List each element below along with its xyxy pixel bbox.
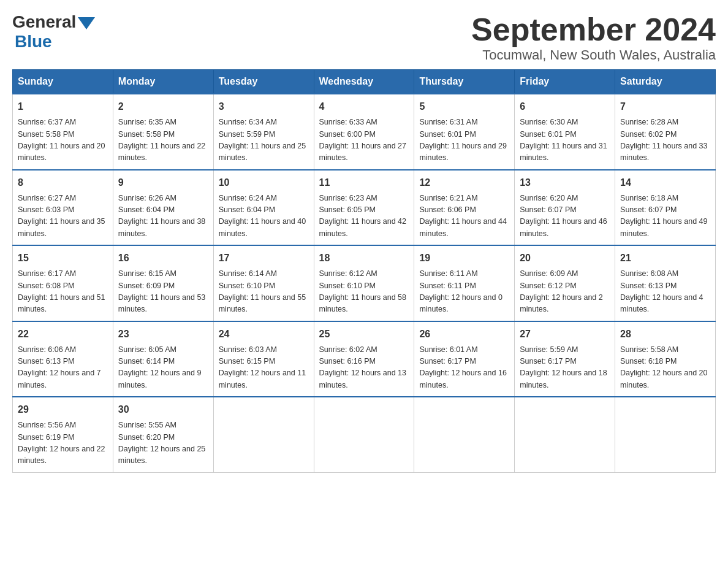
header-monday: Monday: [113, 70, 213, 94]
day-number: 10: [219, 175, 309, 190]
calendar-cell: 12Sunrise: 6:21 AMSunset: 6:06 PMDayligh…: [414, 170, 515, 246]
calendar-cell: 5Sunrise: 6:31 AMSunset: 6:01 PMDaylight…: [414, 94, 515, 170]
calendar-cell: [414, 397, 515, 472]
day-number: 2: [118, 99, 208, 114]
day-info: Sunrise: 5:59 AMSunset: 6:17 PMDaylight:…: [520, 344, 610, 392]
logo-blue-text: Blue: [15, 32, 52, 52]
day-number: 30: [118, 402, 208, 417]
day-number: 3: [219, 99, 309, 114]
day-info: Sunrise: 6:01 AMSunset: 6:17 PMDaylight:…: [419, 344, 509, 392]
day-number: 25: [319, 327, 409, 342]
day-info: Sunrise: 6:33 AMSunset: 6:00 PMDaylight:…: [319, 117, 409, 164]
calendar-cell: 11Sunrise: 6:23 AMSunset: 6:05 PMDayligh…: [314, 170, 414, 246]
day-number: 29: [18, 402, 108, 417]
page-subtitle: Tocumwal, New South Wales, Australia: [471, 47, 716, 63]
day-number: 1: [18, 99, 108, 114]
day-info: Sunrise: 6:30 AMSunset: 6:01 PMDaylight:…: [520, 117, 610, 164]
calendar-cell: 28Sunrise: 5:58 AMSunset: 6:18 PMDayligh…: [615, 321, 716, 397]
calendar-table: SundayMondayTuesdayWednesdayThursdayFrid…: [12, 69, 716, 473]
day-info: Sunrise: 6:02 AMSunset: 6:16 PMDaylight:…: [319, 344, 409, 392]
day-info: Sunrise: 6:08 AMSunset: 6:13 PMDaylight:…: [620, 268, 710, 316]
day-info: Sunrise: 6:26 AMSunset: 6:04 PMDaylight:…: [118, 193, 208, 240]
day-number: 4: [319, 99, 409, 114]
calendar-cell: 6Sunrise: 6:30 AMSunset: 6:01 PMDaylight…: [515, 94, 615, 170]
day-number: 27: [520, 327, 610, 342]
calendar-cell: 26Sunrise: 6:01 AMSunset: 6:17 PMDayligh…: [414, 321, 515, 397]
calendar-cell: 21Sunrise: 6:08 AMSunset: 6:13 PMDayligh…: [615, 245, 716, 321]
day-number: 28: [620, 327, 710, 342]
calendar-cell: [314, 397, 414, 472]
calendar-cell: 25Sunrise: 6:02 AMSunset: 6:16 PMDayligh…: [314, 321, 414, 397]
day-info: Sunrise: 6:34 AMSunset: 5:59 PMDaylight:…: [219, 117, 309, 164]
day-info: Sunrise: 6:23 AMSunset: 6:05 PMDaylight:…: [319, 193, 409, 240]
day-number: 17: [219, 251, 309, 266]
calendar-cell: [515, 397, 615, 472]
day-number: 15: [18, 251, 108, 266]
calendar-cell: 18Sunrise: 6:12 AMSunset: 6:10 PMDayligh…: [314, 245, 414, 321]
day-info: Sunrise: 6:18 AMSunset: 6:07 PMDaylight:…: [620, 193, 710, 240]
header-saturday: Saturday: [615, 70, 716, 94]
day-number: 5: [419, 99, 509, 114]
week-row-2: 8Sunrise: 6:27 AMSunset: 6:03 PMDaylight…: [13, 170, 716, 246]
day-info: Sunrise: 6:09 AMSunset: 6:12 PMDaylight:…: [520, 268, 610, 316]
day-info: Sunrise: 6:37 AMSunset: 5:58 PMDaylight:…: [18, 117, 108, 164]
day-number: 26: [419, 327, 509, 342]
day-number: 8: [18, 175, 108, 190]
logo-triangle-icon: [78, 17, 95, 29]
calendar-cell: 8Sunrise: 6:27 AMSunset: 6:03 PMDaylight…: [13, 170, 113, 246]
page-title: September 2024: [471, 12, 716, 47]
day-info: Sunrise: 6:31 AMSunset: 6:01 PMDaylight:…: [419, 117, 509, 164]
day-info: Sunrise: 5:56 AMSunset: 6:19 PMDaylight:…: [18, 419, 108, 467]
day-number: 19: [419, 251, 509, 266]
calendar-cell: 14Sunrise: 6:18 AMSunset: 6:07 PMDayligh…: [615, 170, 716, 246]
logo-general-text: General: [12, 12, 76, 32]
calendar-cell: 1Sunrise: 6:37 AMSunset: 5:58 PMDaylight…: [13, 94, 113, 170]
week-row-4: 22Sunrise: 6:06 AMSunset: 6:13 PMDayligh…: [13, 321, 716, 397]
day-info: Sunrise: 6:14 AMSunset: 6:10 PMDaylight:…: [219, 268, 309, 316]
day-info: Sunrise: 6:17 AMSunset: 6:08 PMDaylight:…: [18, 268, 108, 316]
day-info: Sunrise: 6:05 AMSunset: 6:14 PMDaylight:…: [118, 344, 208, 392]
day-info: Sunrise: 6:21 AMSunset: 6:06 PMDaylight:…: [419, 193, 509, 240]
calendar-cell: 22Sunrise: 6:06 AMSunset: 6:13 PMDayligh…: [13, 321, 113, 397]
day-number: 11: [319, 175, 409, 190]
day-info: Sunrise: 6:12 AMSunset: 6:10 PMDaylight:…: [319, 268, 409, 316]
calendar-cell: 29Sunrise: 5:56 AMSunset: 6:19 PMDayligh…: [13, 397, 113, 472]
day-number: 20: [520, 251, 610, 266]
day-number: 21: [620, 251, 710, 266]
week-row-5: 29Sunrise: 5:56 AMSunset: 6:19 PMDayligh…: [13, 397, 716, 472]
day-number: 22: [18, 327, 108, 342]
logo: General Blue: [12, 12, 95, 52]
calendar-cell: 24Sunrise: 6:03 AMSunset: 6:15 PMDayligh…: [213, 321, 314, 397]
day-number: 18: [319, 251, 409, 266]
calendar-cell: 7Sunrise: 6:28 AMSunset: 6:02 PMDaylight…: [615, 94, 716, 170]
calendar-cell: 15Sunrise: 6:17 AMSunset: 6:08 PMDayligh…: [13, 245, 113, 321]
calendar-cell: 30Sunrise: 5:55 AMSunset: 6:20 PMDayligh…: [113, 397, 213, 472]
day-info: Sunrise: 6:20 AMSunset: 6:07 PMDaylight:…: [520, 193, 610, 240]
day-info: Sunrise: 6:15 AMSunset: 6:09 PMDaylight:…: [118, 268, 208, 316]
calendar-cell: 10Sunrise: 6:24 AMSunset: 6:04 PMDayligh…: [213, 170, 314, 246]
day-info: Sunrise: 6:03 AMSunset: 6:15 PMDaylight:…: [219, 344, 309, 392]
calendar-cell: 3Sunrise: 6:34 AMSunset: 5:59 PMDaylight…: [213, 94, 314, 170]
week-row-3: 15Sunrise: 6:17 AMSunset: 6:08 PMDayligh…: [13, 245, 716, 321]
header-thursday: Thursday: [414, 70, 515, 94]
calendar-cell: 23Sunrise: 6:05 AMSunset: 6:14 PMDayligh…: [113, 321, 213, 397]
day-info: Sunrise: 6:28 AMSunset: 6:02 PMDaylight:…: [620, 117, 710, 164]
calendar-cell: 4Sunrise: 6:33 AMSunset: 6:00 PMDaylight…: [314, 94, 414, 170]
calendar-cell: 20Sunrise: 6:09 AMSunset: 6:12 PMDayligh…: [515, 245, 615, 321]
day-info: Sunrise: 6:11 AMSunset: 6:11 PMDaylight:…: [419, 268, 509, 316]
day-info: Sunrise: 6:27 AMSunset: 6:03 PMDaylight:…: [18, 193, 108, 240]
header-sunday: Sunday: [13, 70, 113, 94]
title-block: September 2024 Tocumwal, New South Wales…: [471, 12, 716, 63]
calendar-cell: [213, 397, 314, 472]
calendar-header: SundayMondayTuesdayWednesdayThursdayFrid…: [13, 70, 716, 94]
day-info: Sunrise: 6:35 AMSunset: 5:58 PMDaylight:…: [118, 117, 208, 164]
day-number: 23: [118, 327, 208, 342]
calendar-cell: [615, 397, 716, 472]
calendar-cell: 13Sunrise: 6:20 AMSunset: 6:07 PMDayligh…: [515, 170, 615, 246]
day-number: 16: [118, 251, 208, 266]
calendar-cell: 16Sunrise: 6:15 AMSunset: 6:09 PMDayligh…: [113, 245, 213, 321]
day-number: 7: [620, 99, 710, 114]
week-row-1: 1Sunrise: 6:37 AMSunset: 5:58 PMDaylight…: [13, 94, 716, 170]
day-number: 24: [219, 327, 309, 342]
day-number: 6: [520, 99, 610, 114]
